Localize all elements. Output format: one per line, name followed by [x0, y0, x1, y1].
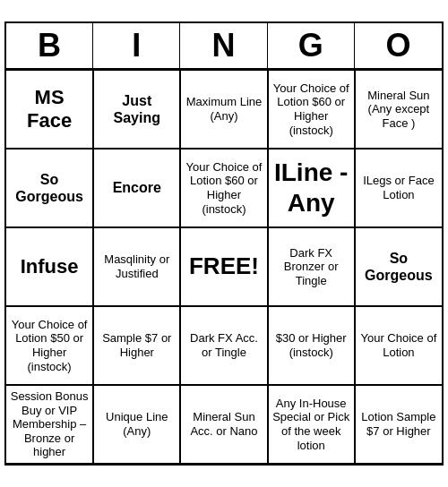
bingo-header: BINGO: [6, 23, 442, 70]
cell-1: Just Saying: [93, 70, 180, 149]
cell-24: Lotion Sample $7 or Higher: [355, 385, 442, 464]
cell-6: Encore: [93, 149, 180, 227]
bingo-grid: MS FaceJust SayingMaximum Line (Any)Your…: [6, 70, 442, 464]
cell-13: Dark FX Bronzer or Tingle: [268, 227, 355, 306]
header-letter-n: N: [180, 23, 267, 68]
cell-14: So Gorgeous: [355, 227, 442, 306]
cell-23: Any In-House Special or Pick of the week…: [268, 385, 355, 464]
header-letter-i: I: [93, 23, 180, 68]
cell-8: ILine - Any: [268, 149, 355, 227]
cell-0: MS Face: [6, 70, 93, 149]
header-letter-g: G: [268, 23, 355, 68]
cell-15: Your Choice of Lotion $50 or Higher (ins…: [6, 306, 93, 385]
cell-18: $30 or Higher (instock): [268, 306, 355, 385]
cell-7: Your Choice of Lotion $60 or Higher (ins…: [180, 149, 267, 227]
cell-5: So Gorgeous: [6, 149, 93, 227]
cell-9: ILegs or Face Lotion: [355, 149, 442, 227]
cell-4: Mineral Sun (Any except Face ): [355, 70, 442, 149]
header-letter-b: B: [6, 23, 93, 68]
cell-10: Infuse: [6, 227, 93, 306]
cell-16: Sample $7 or Higher: [93, 306, 180, 385]
cell-17: Dark FX Acc. or Tingle: [180, 306, 267, 385]
bingo-card: BINGO MS FaceJust SayingMaximum Line (An…: [4, 21, 444, 466]
cell-2: Maximum Line (Any): [180, 70, 267, 149]
cell-19: Your Choice of Lotion: [355, 306, 442, 385]
cell-22: Mineral Sun Acc. or Nano: [180, 385, 267, 464]
cell-12: FREE!: [180, 227, 267, 306]
cell-3: Your Choice of Lotion $60 or Higher (ins…: [268, 70, 355, 149]
cell-21: Unique Line (Any): [93, 385, 180, 464]
header-letter-o: O: [355, 23, 442, 68]
cell-11: Masqlinity or Justified: [93, 227, 180, 306]
cell-20: Session Bonus Buy or VIP Membership – Br…: [6, 385, 93, 464]
